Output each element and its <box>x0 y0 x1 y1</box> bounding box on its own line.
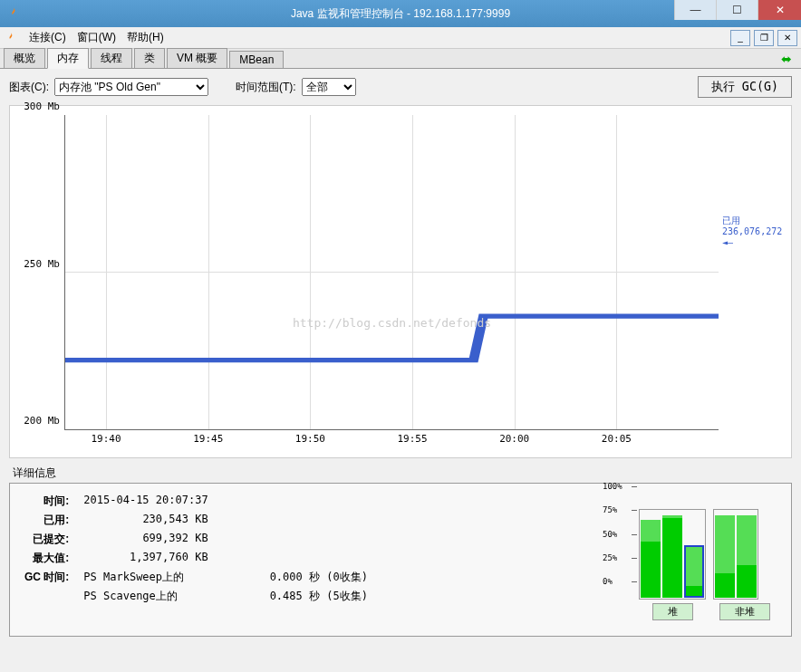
used-value: 230,543 KB <box>76 512 213 529</box>
nonheap-bar-group[interactable] <box>713 509 758 600</box>
used-label: 已用: <box>19 512 74 529</box>
heap-button[interactable]: 堆 <box>652 603 693 620</box>
tab-memory[interactable]: 内存 <box>47 48 89 69</box>
memory-bars: 0% 25% 50% 75% 100% 堆 非堆 <box>603 491 784 629</box>
gc1-name: PS MarkSweep上的 <box>76 569 213 586</box>
gc-label: GC 时间: <box>19 569 74 586</box>
chart-select[interactable]: 内存池 "PS Old Gen" <box>54 78 208 96</box>
menubar: 连接(C) 窗口(W) 帮助(H) _ ❐ ✕ <box>0 27 801 49</box>
y-tick: 300 Mb <box>24 101 60 112</box>
tabbar: 概览 内存 线程 类 VM 概要 MBean ⬌ <box>0 49 801 69</box>
time-label: 时间: <box>19 493 74 510</box>
tab-mbean[interactable]: MBean <box>229 51 284 68</box>
gc2-name: PS Scavenge上的 <box>76 588 213 605</box>
maximize-button[interactable]: ☐ <box>716 0 758 20</box>
details-box: 时间:2015-04-15 20:07:37 已用:230,543 KB 已提交… <box>9 483 792 637</box>
x-tick: 20:05 <box>602 433 632 445</box>
chart-area: 200 Mb 250 Mb 300 Mb 19:40 19:45 19:50 1… <box>9 105 792 458</box>
connected-icon: ⬌ <box>781 52 792 66</box>
max-value: 1,397,760 KB <box>76 550 213 567</box>
menu-help[interactable]: 帮助(H) <box>127 30 164 45</box>
heap-bar-group[interactable] <box>639 509 706 600</box>
nonheap-button[interactable]: 非堆 <box>719 603 770 620</box>
x-tick: 19:40 <box>92 433 121 445</box>
y-tick: 250 Mb <box>24 257 60 269</box>
x-tick: 19:50 <box>295 433 325 445</box>
committed-label: 已提交: <box>19 531 74 548</box>
time-label: 时间范围(T): <box>236 80 296 95</box>
chart-controls: 图表(C): 内存池 "PS Old Gen" 时间范围(T): 全部 执行 G… <box>9 76 792 98</box>
java-icon <box>5 5 22 22</box>
chart-label: 图表(C): <box>9 80 49 95</box>
java-icon <box>4 31 18 45</box>
x-tick: 19:55 <box>397 433 427 445</box>
x-tick: 20:00 <box>499 433 529 445</box>
minimize-button[interactable]: — <box>674 0 716 20</box>
tab-vm[interactable]: VM 概要 <box>167 48 227 68</box>
menu-window[interactable]: 窗口(W) <box>77 30 116 45</box>
close-button[interactable]: ✕ <box>758 0 801 20</box>
tab-classes[interactable]: 类 <box>134 48 165 68</box>
titlebar: Java 监视和管理控制台 - 192.168.1.177:9999 — ☐ ✕ <box>0 0 801 27</box>
max-label: 最大值: <box>19 550 74 567</box>
y-tick: 200 Mb <box>24 415 60 427</box>
tab-overview[interactable]: 概览 <box>4 48 45 68</box>
internal-restore-button[interactable]: ❐ <box>754 30 774 46</box>
committed-value: 699,392 KB <box>76 531 213 548</box>
chart-line <box>65 115 719 429</box>
menu-connect[interactable]: 连接(C) <box>29 30 66 45</box>
internal-close-button[interactable]: ✕ <box>777 30 797 46</box>
time-value: 2015-04-15 20:07:37 <box>76 493 213 510</box>
gc2-value: 0.485 秒 (5收集) <box>216 588 373 605</box>
details-title: 详细信息 <box>13 466 792 481</box>
gc-button[interactable]: 执行 GC(G) <box>698 76 792 98</box>
current-value-label: 已用 236,076,272 ◄— <box>722 216 782 248</box>
time-select[interactable]: 全部 <box>302 78 356 96</box>
internal-minimize-button[interactable]: _ <box>730 30 750 46</box>
x-tick: 19:45 <box>193 433 223 445</box>
chart-plot: 200 Mb 250 Mb 300 Mb 19:40 19:45 19:50 1… <box>64 115 719 430</box>
window-title: Java 监视和管理控制台 - 192.168.1.177:9999 <box>291 6 510 22</box>
tab-threads[interactable]: 线程 <box>91 48 132 68</box>
gc1-value: 0.000 秒 (0收集) <box>216 569 373 586</box>
